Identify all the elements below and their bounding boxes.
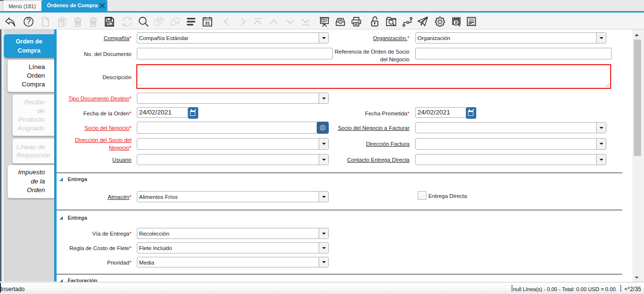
svg-text:31: 31 (205, 21, 210, 26)
svg-text:?: ? (27, 17, 31, 26)
